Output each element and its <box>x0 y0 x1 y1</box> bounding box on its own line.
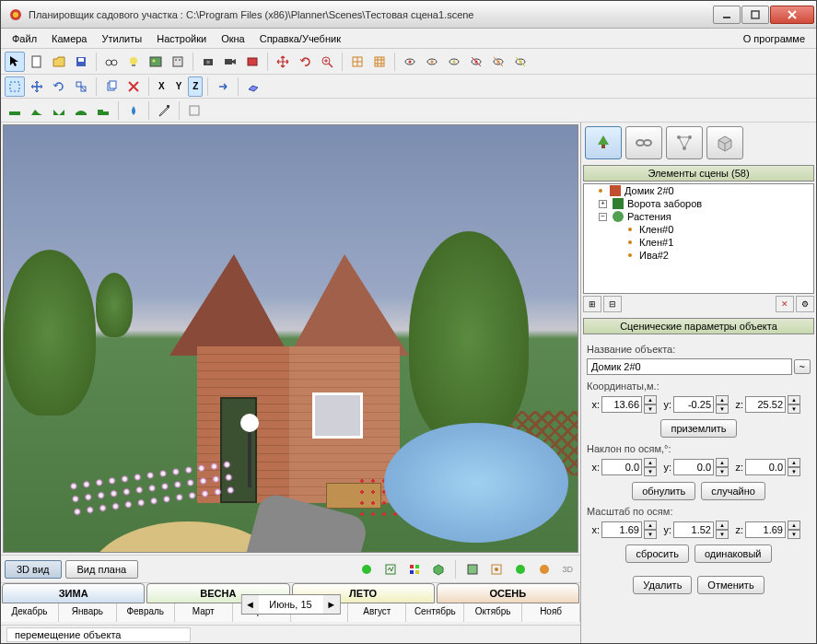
video-icon[interactable] <box>220 52 240 72</box>
terrain-opts-icon[interactable] <box>184 100 204 121</box>
eye-red2-icon[interactable] <box>466 52 486 72</box>
eye-yellow2-icon[interactable] <box>510 52 531 72</box>
select-box-icon[interactable] <box>5 76 25 97</box>
date-prev-button[interactable]: ◄ <box>241 595 258 614</box>
tilt-x-spinner[interactable]: ▲▼ <box>644 458 657 476</box>
tree-row-house[interactable]: Домик 2#0 <box>584 184 813 197</box>
coord-y-input[interactable] <box>673 396 714 413</box>
random-tilt-button[interactable]: случайно <box>701 482 765 500</box>
month-aug[interactable]: Август <box>348 603 406 622</box>
redo-arrow-icon[interactable] <box>213 76 233 97</box>
marker-green2-icon[interactable] <box>510 559 531 580</box>
delete-object-button[interactable]: Удалить <box>633 576 692 594</box>
rotate-icon[interactable] <box>49 76 69 97</box>
tree-row-maple0[interactable]: Клен#0 <box>584 223 813 236</box>
camera-icon[interactable] <box>198 52 218 72</box>
tree-row-willow2[interactable]: Ива#2 <box>584 249 813 262</box>
open-file-icon[interactable] <box>49 52 69 72</box>
close-button[interactable] <box>770 6 814 24</box>
month-sep[interactable]: Сентябрь <box>406 603 464 622</box>
coord-z-input[interactable] <box>745 396 786 413</box>
menu-file[interactable]: Файл <box>5 30 44 47</box>
eye-yellow-icon[interactable] <box>444 52 464 72</box>
save-file-icon[interactable] <box>71 52 91 72</box>
reset-scale-button[interactable]: сбросить <box>625 544 688 563</box>
collapse-icon[interactable]: − <box>599 213 607 221</box>
tilt-x-input[interactable] <box>601 459 642 475</box>
axis-y-button[interactable]: Y <box>171 76 187 97</box>
cancel-button[interactable]: Отменить <box>697 576 764 594</box>
maximize-button[interactable] <box>741 6 769 24</box>
tilt-z-spinner[interactable]: ▲▼ <box>788 458 800 476</box>
box-green-icon[interactable] <box>428 559 449 580</box>
season-autumn[interactable]: ОСЕНЬ <box>437 583 579 603</box>
bulb-icon[interactable] <box>123 52 144 72</box>
view-3d-button[interactable]: 3D вид <box>5 560 62 579</box>
terrain-edge-icon[interactable] <box>93 100 113 121</box>
tree-props-icon[interactable]: ⚙ <box>796 296 814 312</box>
month-mar[interactable]: Март <box>175 603 233 622</box>
binoculars-icon[interactable] <box>101 52 122 72</box>
month-feb[interactable]: Февраль <box>117 603 175 622</box>
grid-tool2-icon[interactable] <box>369 52 390 72</box>
scale-z-input[interactable] <box>745 521 786 538</box>
tab-chain-icon[interactable] <box>625 126 662 159</box>
eye-orange-icon[interactable] <box>422 52 442 72</box>
date-next-button[interactable]: ► <box>323 595 340 614</box>
axis-z-button[interactable]: Z <box>188 76 203 97</box>
scale-y-input[interactable] <box>673 521 714 538</box>
ground-button[interactable]: приземлить <box>660 419 736 438</box>
tab-nodes-icon[interactable] <box>666 126 703 159</box>
tree-row-plants[interactable]: − Растения <box>584 210 813 223</box>
month-dec[interactable]: Декабрь <box>1 603 59 622</box>
move-cross-icon[interactable] <box>273 52 293 72</box>
view-plan-button[interactable]: Вид плана <box>65 560 139 579</box>
scale-z-spinner[interactable]: ▲▼ <box>788 521 800 539</box>
water-drop-icon[interactable] <box>123 100 144 121</box>
menu-about[interactable]: О программе <box>736 30 812 47</box>
terrain-down-icon[interactable] <box>49 100 69 121</box>
reset-tilt-button[interactable]: обнулить <box>632 482 695 500</box>
coord-z-spinner[interactable]: ▲▼ <box>788 395 800 414</box>
tree-row-maple1[interactable]: Клен#1 <box>584 236 813 249</box>
record-icon[interactable] <box>242 52 263 72</box>
palette-icon[interactable] <box>404 559 425 580</box>
scale-icon[interactable] <box>71 76 91 97</box>
axis-x-button[interactable]: X <box>154 76 169 97</box>
viewport-3d[interactable] <box>3 124 578 553</box>
scene-tree[interactable]: Домик 2#0 + Ворота заборов − Растения Кл… <box>583 183 814 294</box>
image-icon[interactable] <box>146 52 166 72</box>
eyedropper-icon[interactable] <box>154 100 174 121</box>
new-file-icon[interactable] <box>27 52 47 72</box>
cursor-tool-icon[interactable] <box>5 52 25 72</box>
expand-icon[interactable]: + <box>599 200 607 208</box>
view-opt2-icon[interactable] <box>486 559 507 580</box>
tree-row-gates[interactable]: + Ворота заборов <box>584 197 813 210</box>
month-jan[interactable]: Январь <box>59 603 117 622</box>
undo-icon[interactable] <box>295 52 315 72</box>
tree-collapse-all-icon[interactable]: ⊟ <box>603 296 622 312</box>
chart-box-icon[interactable] <box>380 559 401 580</box>
grid-tool-icon[interactable] <box>347 52 368 72</box>
tilt-y-spinner[interactable]: ▲▼ <box>716 458 729 476</box>
tilt-y-input[interactable] <box>673 459 714 475</box>
uniform-scale-button[interactable]: одинаковый <box>694 544 772 563</box>
month-oct[interactable]: Октябрь <box>464 603 522 622</box>
menu-utilities[interactable]: Утилиты <box>95 30 150 47</box>
zoom-in-icon[interactable] <box>317 52 337 72</box>
coord-x-input[interactable] <box>601 396 642 413</box>
delete-icon[interactable] <box>123 76 144 97</box>
terrain-hill-icon[interactable] <box>27 100 47 121</box>
minimize-button[interactable] <box>713 6 741 24</box>
copy-icon[interactable] <box>101 76 122 97</box>
tree-delete-icon[interactable]: ✕ <box>776 296 794 312</box>
menu-windows[interactable]: Окна <box>214 30 252 47</box>
scale-x-input[interactable] <box>601 521 642 538</box>
terrain-flat-icon[interactable] <box>5 100 25 121</box>
coord-x-spinner[interactable]: ▲▼ <box>644 395 657 414</box>
coord-y-spinner[interactable]: ▲▼ <box>716 395 729 414</box>
season-winter[interactable]: ЗИМА <box>2 583 145 603</box>
eye-red-icon[interactable] <box>400 52 420 72</box>
month-nov[interactable]: Нояб <box>522 603 580 622</box>
view-opt1-icon[interactable] <box>462 559 483 580</box>
